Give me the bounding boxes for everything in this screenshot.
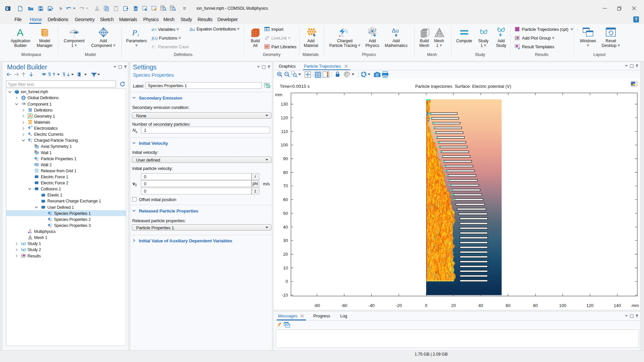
svg-text:40: 40 bbox=[283, 225, 288, 230]
svg-text:10: 10 bbox=[283, 265, 288, 270]
svg-text:40: 40 bbox=[478, 303, 483, 308]
svg-text:70: 70 bbox=[283, 183, 288, 188]
svg-text:30: 30 bbox=[283, 238, 288, 243]
svg-text:i: i bbox=[138, 33, 139, 37]
svg-text:-10: -10 bbox=[282, 293, 288, 298]
svg-text:140: 140 bbox=[614, 303, 621, 308]
svg-text:mm: mm bbox=[275, 92, 282, 97]
svg-text:-20: -20 bbox=[396, 303, 402, 308]
svg-text:100: 100 bbox=[559, 303, 567, 308]
svg-text:D: D bbox=[35, 144, 37, 146]
svg-text:60: 60 bbox=[506, 303, 511, 308]
svg-text:60: 60 bbox=[283, 197, 288, 202]
svg-text:Particle trajectories Surface: Particle trajectories Surface: Electric … bbox=[415, 84, 511, 89]
svg-text:80: 80 bbox=[283, 170, 288, 175]
svg-text:P: P bbox=[152, 44, 154, 49]
svg-text:80: 80 bbox=[533, 303, 538, 308]
svg-text:-40: -40 bbox=[368, 303, 375, 308]
svg-text:130: 130 bbox=[281, 102, 288, 107]
svg-text:Δu: Δu bbox=[392, 27, 399, 34]
svg-text:P: P bbox=[132, 28, 137, 37]
svg-text:-: - bbox=[31, 140, 32, 143]
svg-text:i: i bbox=[154, 46, 155, 49]
svg-text:a: a bbox=[152, 27, 154, 32]
svg-text:0: 0 bbox=[285, 279, 288, 284]
svg-text:90: 90 bbox=[283, 156, 288, 161]
svg-text:0: 0 bbox=[425, 303, 427, 308]
svg-text:20: 20 bbox=[451, 303, 456, 308]
svg-text:+: + bbox=[339, 34, 341, 38]
svg-text:Time=0.0015 s: Time=0.0015 s bbox=[280, 84, 310, 89]
svg-text:100: 100 bbox=[281, 142, 288, 147]
svg-text:20: 20 bbox=[283, 252, 288, 257]
svg-text:D: D bbox=[35, 150, 37, 153]
svg-text:120: 120 bbox=[586, 303, 594, 308]
svg-text:50: 50 bbox=[283, 211, 288, 216]
svg-text:mm: mm bbox=[632, 303, 639, 308]
svg-text:-80: -80 bbox=[314, 303, 320, 308]
svg-text:=: = bbox=[154, 27, 157, 32]
svg-text:110: 110 bbox=[281, 129, 288, 134]
svg-text:Δu: Δu bbox=[190, 27, 195, 32]
svg-text:120: 120 bbox=[281, 115, 288, 120]
svg-text:–: – bbox=[341, 34, 343, 38]
svg-text:-60: -60 bbox=[341, 303, 347, 308]
svg-text:f(x): f(x) bbox=[152, 36, 158, 41]
svg-text:-: - bbox=[32, 134, 33, 136]
